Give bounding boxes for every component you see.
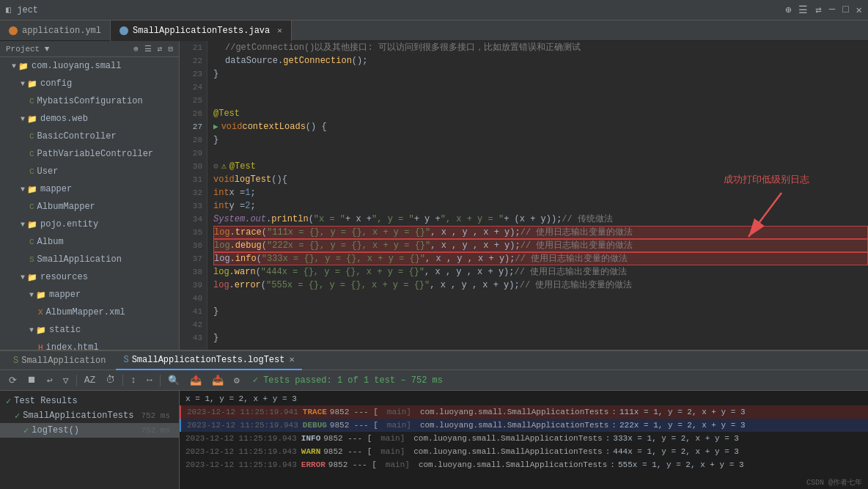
test-row-suite[interactable]: ✓ SmallApplicationTests 752 ms [0, 408, 179, 423]
ln-41: 41 [180, 305, 207, 318]
tab-label-yml: application.yml [22, 26, 101, 36]
ln-27: 27 [180, 120, 207, 133]
top-bar: ◧ ject ⊕ ☰ ⇄ ─ □ ✕ [0, 0, 868, 21]
tree-item-user[interactable]: C User [0, 163, 179, 180]
sort-dur-btn[interactable]: ⏱ [103, 373, 118, 387]
divider-3 [160, 375, 161, 386]
tree-item-resources[interactable]: ▼ 📁 resources [0, 268, 179, 286]
log-level-info: INFO [301, 432, 320, 445]
export-btn[interactable]: 📤 [187, 373, 205, 388]
log-thread-warn: main] [375, 445, 411, 458]
tab-application-yml[interactable]: application.yml [0, 21, 111, 41]
log-output: x = 1, y = 2, x + y = 3 2023-12-12 11:25… [180, 391, 868, 489]
svg-line-1 [749, 193, 781, 237]
log-thread-debug: main] [381, 419, 417, 432]
tab-close-bottom[interactable]: ✕ [289, 354, 294, 365]
settings-icon[interactable]: ⊕ [785, 4, 791, 16]
tab-small-application-run[interactable]: S SmallApplication [6, 351, 113, 370]
log-pid-error: 9852 --- [ [328, 458, 377, 471]
ln-37: 37 [180, 252, 207, 265]
divider-2 [122, 375, 123, 386]
sidebar-icon-3[interactable]: ⇄ [158, 44, 163, 54]
collapse-btn[interactable]: ↔ [144, 373, 155, 387]
import-btn[interactable]: 📥 [209, 373, 227, 388]
minimize-icon[interactable]: ─ [829, 4, 835, 16]
tree-item-mapper[interactable]: ▼ 📁 mapper [0, 180, 179, 198]
ln-36: 36 [180, 239, 207, 252]
tree-item-albummapper-xml[interactable]: X AlbumMapper.xml [0, 304, 179, 321]
tree-item-demos[interactable]: ▼ 📁 demos.web [0, 110, 179, 128]
log-pid-warn: 9852 --- [ [323, 445, 372, 458]
stop-btn[interactable]: ⏹ [24, 373, 40, 387]
search-btn[interactable]: 🔍 [165, 373, 183, 388]
log-row-info: 2023-12-12 11:25:19.943 INFO 9852 --- [ … [180, 432, 868, 445]
expand-btn[interactable]: ↕ [128, 373, 139, 387]
ln-42: 42 [180, 318, 207, 331]
test-row-logtest[interactable]: ✓ logTest() 752 ms [0, 423, 179, 438]
sidebar-icon-4[interactable]: ⊟ [168, 44, 173, 54]
tree-item-mybatis[interactable]: C MybatisConfiguration [0, 92, 179, 110]
ln-28: 28 [180, 133, 207, 147]
yaml-icon [9, 26, 18, 35]
tree-item-pojo[interactable]: ▼ 📁 pojo.entity [0, 216, 179, 233]
rerun-btn[interactable]: ⟳ [6, 373, 20, 388]
test-time-logtest: 752 ms [141, 426, 173, 435]
log-msg-trace: 111x = 1, y = 2, x + y = 3 [619, 405, 746, 419]
tree-item-pathvar[interactable]: C PathVariableController [0, 145, 179, 163]
tree-label-pojo: pojo.entity [40, 219, 98, 229]
maximize-icon[interactable]: □ [842, 4, 848, 16]
tree-label-root: com.luoyang.small [32, 61, 121, 71]
console-output: x = 1, y = 2, x + y = 3 [185, 392, 297, 405]
tree-label-mapper: mapper [40, 184, 72, 194]
tab-smalltest-logtest[interactable]: S SmallApplicationTests.logTest ✕ [116, 351, 301, 370]
log-row-trace: 2023-12-12 11:25:19.941 TRACE 9852 --- [… [180, 405, 868, 419]
rerun-failed-btn[interactable]: ↩ [44, 373, 56, 388]
arrow-annotation: 成功打印低级别日志 [724, 173, 809, 248]
project-icon: ◧ [6, 4, 11, 15]
log-level-trace: TRACE [303, 405, 327, 419]
tree-item-static[interactable]: ▼ 📁 static [0, 321, 179, 339]
settings-panel-btn[interactable]: ⚙ [231, 373, 243, 388]
code-line-43: } [213, 331, 868, 345]
tab-small-application-tests[interactable]: SmallApplicationTests.java ✕ [111, 21, 292, 41]
log-ts-error: 2023-12-12 11:25:19.943 [185, 458, 297, 471]
code-line-25 [213, 94, 868, 107]
tree-item-albummapper[interactable]: C AlbumMapper [0, 198, 179, 216]
ln-29: 29 [180, 147, 207, 160]
ln-33: 33 [180, 199, 207, 213]
tree-item-album[interactable]: C Album [0, 233, 179, 251]
ln-24: 24 [180, 81, 207, 94]
log-thread-error: main] [380, 458, 416, 471]
ln-38: 38 [180, 265, 207, 279]
tree-item-basic[interactable]: C BasicController [0, 128, 179, 145]
top-bar-title: ject [17, 5, 38, 15]
check-results: ✓ [6, 396, 11, 407]
tree-label-index: index.html [46, 342, 99, 350]
layout-icon[interactable]: ⇄ [815, 4, 821, 16]
sidebar-header: Project ▼ ⊕ ☰ ⇄ ⊟ [0, 41, 179, 57]
test-row-results[interactable]: ✓ Test Results [0, 394, 179, 408]
filter-btn[interactable]: ▽ [60, 373, 72, 388]
tree-item-root[interactable]: ▼ 📁 com.luoyang.small [0, 57, 179, 75]
log-pid-info: 9852 --- [ [323, 432, 372, 445]
code-line-24 [213, 81, 868, 94]
tree-item-mapper2[interactable]: ▼ 📁 mapper [0, 286, 179, 304]
close-icon[interactable]: ✕ [856, 4, 862, 16]
log-class-trace: com.luoyang.small.SmallApplicationTests [420, 405, 608, 419]
menu-icon[interactable]: ☰ [798, 4, 808, 16]
sort-alpha-btn[interactable]: AZ [81, 373, 99, 387]
code-line-22: dataSource.getConnection(); [213, 54, 868, 67]
ln-34: 34 [180, 213, 207, 226]
code-line-30: ⚙ ⚠ @Test [213, 160, 868, 173]
check-suite: ✓ [15, 411, 20, 422]
tab-close-icon[interactable]: ✕ [277, 26, 282, 35]
java-test-icon [119, 26, 128, 35]
sidebar-icon-1[interactable]: ⊕ [133, 44, 139, 54]
tree-item-config[interactable]: ▼ 📁 config [0, 75, 179, 92]
tree-item-index[interactable]: H index.html [0, 339, 179, 350]
code-line-21: //getConnection()以及其他接口: 可以访问到很多很多接口，比如放… [213, 41, 868, 54]
sidebar-icon-2[interactable]: ☰ [144, 44, 152, 54]
log-msg-error: 555x = 1, y = 2, x + y = 3 [618, 458, 744, 471]
tree-item-small-app[interactable]: S SmallApplication [0, 251, 179, 268]
tree-label-pathvar: PathVariableController [37, 149, 153, 159]
